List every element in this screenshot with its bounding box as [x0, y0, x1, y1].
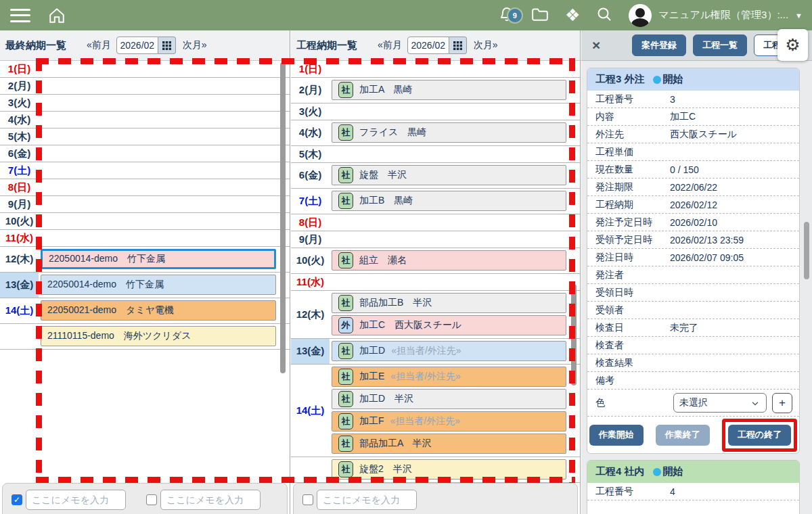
calendar-entry[interactable]: 社旋盤2 半沢	[332, 459, 566, 480]
calendar-row: 2(月)社加工A 黒崎	[291, 78, 580, 103]
outsource-badge: 外	[338, 317, 353, 333]
day-entries	[39, 95, 290, 111]
calendar-entry[interactable]: 社加工A 黒崎	[332, 80, 566, 100]
day-entries	[330, 214, 580, 231]
calendar-row: 10(火)社組立 瀬名	[291, 248, 580, 274]
day-label: 4(水)	[0, 112, 39, 128]
field-label: 発注期限	[595, 181, 670, 193]
field-label: 工程番号	[595, 486, 670, 498]
memo-input[interactable]	[26, 490, 126, 510]
memo-input[interactable]	[160, 490, 261, 510]
calendar-entry[interactable]: 社加工B 黒崎	[332, 191, 566, 211]
month-input[interactable]	[116, 37, 158, 54]
calendar-picker-icon[interactable]	[449, 37, 467, 54]
action-button-作業終了[interactable]: 作業終了	[656, 425, 710, 446]
color-select[interactable]: 未選択	[673, 393, 767, 413]
calendar-entry[interactable]: 社部品加工A 半沢	[332, 434, 566, 454]
next-month-button[interactable]: 次月»	[183, 39, 207, 51]
entry-label: 組立 瀬名	[359, 254, 407, 266]
calendar-row: 12(木)22050014-demo 竹下金属	[0, 247, 290, 273]
calendar-entry[interactable]: 社部品加工B 半沢	[332, 293, 566, 313]
chevron-down-icon: ▼	[795, 11, 803, 20]
memo-pair	[146, 490, 261, 510]
next-month-button[interactable]: 次月»	[474, 39, 498, 51]
day-label: 2(月)	[0, 78, 39, 94]
status-dot-icon	[653, 76, 661, 84]
search-icon[interactable]	[596, 6, 612, 25]
calendar-entry[interactable]: 21110115-demo 海外ツクリダス	[41, 326, 276, 346]
toolbar-button-案件登録[interactable]: 案件登録	[632, 34, 686, 56]
status-dot-icon	[653, 468, 661, 476]
field-value: 西大阪スチール	[670, 128, 791, 141]
day-label: 9(月)	[291, 231, 330, 248]
in-house-badge: 社	[338, 391, 353, 407]
in-house-badge: 社	[338, 193, 353, 209]
add-color-button[interactable]: +	[772, 393, 792, 413]
memo-bar: ✓	[2, 483, 288, 514]
field-label: 検査結果	[595, 357, 670, 369]
calendar-entry[interactable]: 22050014-demo 竹下金属	[41, 249, 276, 269]
memo-checkbox[interactable]	[302, 494, 313, 505]
calendar-entry[interactable]: 社加工D«担当者/外注先»	[332, 341, 566, 361]
field-row: 発注期限2022/06/22	[587, 179, 799, 196]
day-label: 2(月)	[291, 78, 330, 103]
toolbar-button-工程一覧[interactable]: 工程一覧	[693, 34, 747, 56]
left-scrollbar-thumb[interactable]	[280, 62, 286, 373]
chevron-down-icon	[750, 398, 761, 408]
gear-icon: ⚙	[785, 35, 800, 55]
calendar-entry[interactable]: 外加工C 西大阪スチール	[332, 315, 566, 335]
calendar-entry[interactable]: 22050021-demo タミヤ電機	[41, 300, 276, 321]
calendar-row: 5(木)	[0, 128, 290, 145]
field-row: 内容加工C	[587, 108, 799, 126]
field-row: 発注者	[587, 266, 799, 284]
month-input[interactable]	[407, 37, 449, 54]
home-icon[interactable]	[48, 7, 66, 24]
calendar-entry[interactable]: 社組立 瀬名	[332, 250, 566, 271]
folder-icon[interactable]	[531, 6, 549, 25]
close-icon[interactable]: ×	[592, 37, 600, 53]
middle-scrollbar-thumb[interactable]	[571, 284, 577, 386]
calendar-row: 6(金)社旋盤 半沢	[291, 163, 580, 189]
dropbox-icon[interactable]: ❖	[565, 7, 580, 24]
day-entries	[39, 128, 290, 145]
action-button-工程の終了[interactable]: 工程の終了	[728, 425, 791, 446]
day-entries	[39, 179, 290, 195]
calendar-row: 社旋盤2 半沢	[291, 457, 580, 483]
calendar-entry[interactable]: 社加工D 半沢	[332, 389, 566, 409]
memo-pair	[302, 490, 417, 510]
memo-input[interactable]	[317, 490, 417, 510]
calendar-entry[interactable]: 22050014-demo 竹下金属	[41, 275, 276, 295]
process-3-card-header: 工程3 外注 開始	[587, 68, 799, 91]
prev-month-button[interactable]: «前月	[378, 39, 402, 51]
calendar-entry[interactable]: 社加工E«担当者/外注先»	[332, 367, 566, 387]
field-row: 工程番号4	[587, 483, 799, 500]
calendar-entry[interactable]: 社加工F«担当者/外注先»	[332, 411, 566, 431]
calendar-row: 13(金)社加工D«担当者/外注先»	[291, 339, 580, 365]
right-scrollbar-thumb[interactable]	[804, 222, 809, 279]
memo-checkbox[interactable]	[146, 494, 157, 505]
action-button-作業開始[interactable]: 作業開始	[589, 425, 644, 446]
settings-gear-button[interactable]: ⚙	[777, 29, 808, 61]
calendar-entry[interactable]: 社フライス 黒崎	[332, 122, 566, 143]
day-label: 11(水)	[291, 274, 330, 290]
calendar-row: 1(日)	[291, 61, 580, 78]
action-buttons-row: 作業開始作業終了工程の終了	[587, 417, 799, 453]
in-house-badge: 社	[338, 82, 353, 98]
calendar-row: 9(月)	[0, 196, 290, 213]
hamburger-menu-icon[interactable]	[10, 9, 30, 22]
prev-month-button[interactable]: «前月	[87, 39, 111, 51]
memo-checkbox[interactable]: ✓	[12, 494, 22, 505]
day-label: 8(日)	[0, 179, 39, 195]
entry-label: 部品加工B 半沢	[359, 297, 432, 309]
user-menu[interactable]: マニュアル権限（管理3）:... ▼	[629, 4, 803, 27]
day-label: 7(土)	[0, 162, 39, 179]
process-due-header: 工程納期一覧 «前月 次月»	[291, 30, 580, 61]
day-entries	[39, 213, 290, 229]
calendar-picker-icon[interactable]	[158, 37, 176, 54]
calendar-entry[interactable]: 社旋盤 半沢	[332, 165, 566, 185]
in-house-badge: 社	[338, 369, 353, 385]
process-title: 工程4 社内	[595, 465, 645, 478]
notifications-button[interactable]: 9	[499, 5, 515, 26]
entry-label: 旋盤 半沢	[359, 169, 407, 181]
entry-label: フライス 黒崎	[359, 126, 426, 139]
